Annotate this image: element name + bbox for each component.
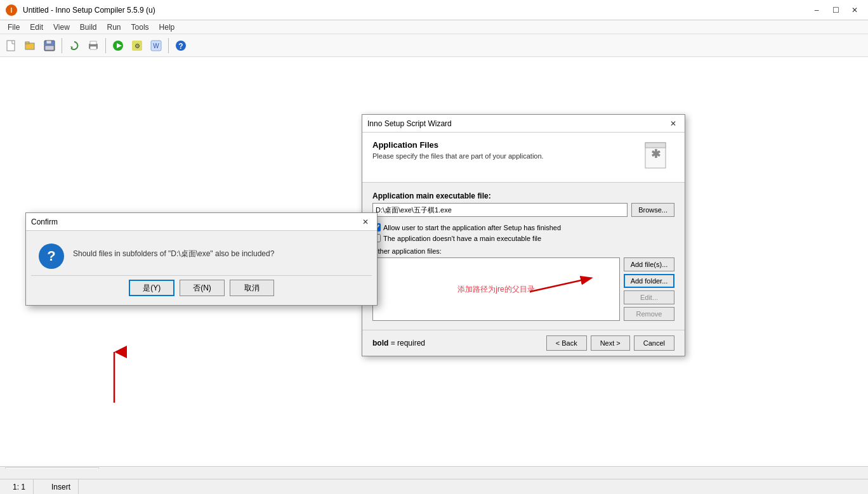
annotation-arrow-confirm: [51, 346, 178, 409]
toolbar-separator-3: [168, 38, 169, 53]
menu-edit[interactable]: Edit: [25, 20, 48, 34]
toolbar-separator-1: [62, 38, 62, 53]
save-icon: [44, 40, 55, 51]
files-buttons: Add file(s)... Add folder... Edit... Rem…: [624, 257, 674, 321]
svg-rect-11: [90, 41, 96, 44]
svg-text:⚙: ⚙: [135, 42, 140, 49]
minimize-button[interactable]: –: [808, 4, 825, 16]
svg-text:?: ?: [178, 42, 183, 51]
wizard-icon: W: [150, 40, 162, 51]
toolbar: ⚙ W ?: [0, 34, 868, 57]
confirm-body: ? Should files in subfolders of "D:\桌面\e…: [26, 231, 377, 275]
main-exe-input[interactable]: [372, 203, 628, 217]
confirm-title-bar: Confirm ✕: [26, 213, 377, 231]
refresh-icon: [69, 40, 80, 51]
print-button[interactable]: [84, 37, 102, 55]
next-button[interactable]: Next >: [591, 335, 630, 351]
wizard-body: Application Files Please specify the fil…: [362, 133, 685, 356]
confirm-message: Should files in subfolders of "D:\桌面\exe…: [73, 244, 274, 259]
confirm-dialog: Confirm ✕ ? Should files in subfolders o…: [25, 212, 378, 306]
cancel-button[interactable]: Cancel: [634, 335, 674, 351]
svg-rect-21: [645, 143, 666, 148]
compile-icon: ⚙: [131, 40, 143, 51]
horizontal-scrollbar: [0, 469, 868, 479]
compile-button[interactable]: ⚙: [128, 37, 146, 55]
svg-rect-10: [90, 46, 96, 49]
wizard-footer: bold = required < Back Next > Cancel: [362, 330, 685, 356]
status-bar: 1: 1 Insert: [0, 479, 868, 494]
wizard-form: Application main executable file: Browse…: [362, 183, 685, 330]
wizard-title-bar: Inno Setup Script Wizard ✕: [362, 115, 685, 133]
remove-button[interactable]: Remove: [624, 307, 674, 321]
editor-area[interactable]: Inno Setup Script Wizard ✕ Application F…: [0, 57, 868, 466]
help-icon: ?: [175, 40, 187, 51]
window-close-button[interactable]: ✕: [846, 4, 863, 16]
toolbar-separator-2: [105, 38, 106, 53]
checkbox-allow-start-label: Allow user to start the application afte…: [383, 224, 561, 231]
menu-tools[interactable]: Tools: [126, 20, 154, 34]
wizard-section-subtitle: Please specify the files that are part o…: [372, 152, 544, 160]
wizard-title-text: Inno Setup Script Wizard: [367, 119, 452, 128]
menu-view[interactable]: View: [48, 20, 75, 34]
open-button[interactable]: [22, 37, 39, 55]
save-button[interactable]: [41, 37, 58, 55]
footer-note: bold = required: [372, 339, 425, 348]
svg-text:✱: ✱: [651, 148, 661, 160]
checkbox-no-exe-label: The application doesn't have a main exec…: [383, 235, 541, 242]
confirm-title-text: Confirm: [31, 218, 58, 226]
wizard-section-title: Application Files: [372, 140, 544, 150]
help-button[interactable]: ?: [172, 37, 190, 55]
main-exe-group: Application main executable file: Browse…: [372, 192, 674, 217]
run-button[interactable]: [109, 37, 127, 55]
confirm-no-button[interactable]: 否(N): [180, 280, 225, 296]
confirm-footer: 是(Y) 否(N) 取消: [26, 276, 377, 305]
add-files-button[interactable]: Add file(s)...: [624, 257, 674, 271]
open-icon: [25, 40, 36, 51]
files-section: 添加路径为jre的父目录 Add file(s)... Add folder..…: [372, 257, 674, 321]
wizard-close-button[interactable]: ✕: [667, 118, 680, 129]
menu-help[interactable]: Help: [154, 20, 180, 34]
new-icon: [6, 40, 17, 51]
confirm-cancel-button[interactable]: 取消: [230, 280, 274, 296]
main-exe-label: Application main executable file:: [372, 192, 674, 200]
other-files-label: Other application files:: [372, 247, 674, 255]
menu-file[interactable]: File: [3, 20, 25, 34]
confirm-yes-button[interactable]: 是(Y): [129, 280, 174, 296]
checkbox-allow-start-row: Allow user to start the application afte…: [372, 223, 674, 231]
menu-build[interactable]: Build: [75, 20, 102, 34]
back-button[interactable]: < Back: [546, 335, 587, 351]
run-icon: [112, 40, 124, 51]
files-annotation: 添加路径为jre的父目录: [457, 284, 534, 295]
status-position: 1: 1: [5, 479, 34, 494]
new-button[interactable]: [3, 37, 20, 55]
menu-run[interactable]: Run: [102, 20, 126, 34]
add-folder-button[interactable]: Add folder...: [624, 274, 674, 288]
svg-rect-2: [7, 41, 15, 51]
status-mode: Insert: [44, 479, 79, 494]
files-listbox[interactable]: 添加路径为jre的父目录: [372, 257, 620, 321]
browse-button[interactable]: Browse...: [631, 203, 674, 217]
wizard-header: Application Files Please specify the fil…: [362, 133, 685, 183]
print-icon: [88, 40, 99, 51]
svg-rect-4: [25, 42, 29, 44]
edit-button[interactable]: Edit...: [624, 290, 674, 304]
wizard-dialog: Inno Setup Script Wizard ✕ Application F…: [362, 114, 685, 356]
confirm-question-icon: ?: [39, 244, 64, 269]
window-title: Untitled - Inno Setup Compiler 5.5.9 (u): [23, 6, 155, 15]
refresh-button[interactable]: [65, 37, 83, 55]
maximize-button[interactable]: ☐: [827, 4, 844, 16]
svg-text:W: W: [153, 42, 159, 49]
title-bar: I Untitled - Inno Setup Compiler 5.5.9 (…: [0, 0, 868, 20]
wizard-button[interactable]: W: [147, 37, 165, 55]
wizard-page-icon: ✱: [643, 141, 673, 172]
svg-rect-7: [45, 46, 54, 50]
checkbox-no-exe-row: The application doesn't have a main exec…: [372, 234, 674, 242]
svg-text:I: I: [11, 7, 13, 14]
confirm-close-button[interactable]: ✕: [359, 216, 372, 228]
svg-rect-6: [46, 41, 51, 44]
app-icon: I: [5, 4, 18, 16]
menu-bar: File Edit View Build Run Tools Help: [0, 20, 868, 34]
